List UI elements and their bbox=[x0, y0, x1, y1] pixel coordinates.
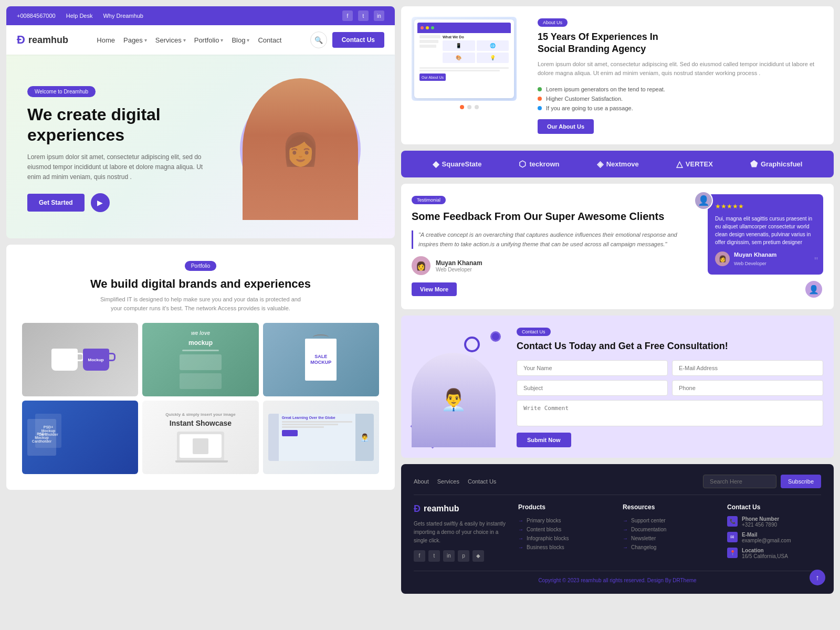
view-more-button[interactable]: View More bbox=[412, 282, 457, 296]
footer-list-item[interactable]: Content blocks bbox=[518, 525, 612, 534]
about-us-button[interactable]: Our About Us bbox=[538, 119, 594, 134]
nav-blog[interactable]: Blog ▾ bbox=[232, 36, 249, 44]
footer-col-about: Ð reamhub Gets started swiftly & easily … bbox=[414, 503, 508, 563]
graphicsfuel-icon: ⬟ bbox=[750, 159, 758, 169]
hero-text: Welcome to Dreamhub We create digital ex… bbox=[27, 86, 206, 212]
footer-logo-icon: Ð bbox=[414, 503, 421, 514]
footer-list-item[interactable]: Newsletter bbox=[623, 534, 717, 543]
nextmove-icon: ◈ bbox=[597, 159, 603, 169]
footer-bottom: Copyright © 2023 reamhub all rights rese… bbox=[414, 571, 821, 583]
portfolio-item-mug[interactable]: Mockup bbox=[22, 323, 138, 396]
search-button[interactable]: 🔍 bbox=[310, 32, 327, 48]
nav-home[interactable]: Home bbox=[97, 36, 115, 44]
footer-pinterest-icon[interactable]: p bbox=[458, 550, 469, 562]
footer-nav-contact[interactable]: Contact Us bbox=[468, 478, 496, 485]
footer-linkedin-icon[interactable]: in bbox=[443, 550, 455, 562]
nav-contact[interactable]: Contact bbox=[258, 36, 281, 44]
footer-section: About Services Contact Us Subscribe Ð re… bbox=[401, 464, 834, 594]
topbar-helpdesk[interactable]: Help Desk bbox=[66, 13, 93, 19]
comment-textarea[interactable] bbox=[517, 400, 823, 426]
hero-content: Welcome to Dreamhub We create digital ex… bbox=[6, 55, 395, 238]
footer-nav-services[interactable]: Services bbox=[437, 478, 459, 485]
portfolio-item-badge[interactable]: PSD+MockupCardholder PSD+MockupCardholde… bbox=[22, 401, 138, 474]
topbar-why[interactable]: Why Dreamhub bbox=[103, 13, 143, 19]
footer-nav-about[interactable]: About bbox=[414, 478, 429, 485]
person-placeholder: 👩 bbox=[243, 78, 358, 220]
footer-twitter-icon[interactable]: t bbox=[428, 550, 440, 562]
about-text: About Us 15 Years Of Experiences In Soci… bbox=[538, 17, 823, 134]
footer-list-item[interactable]: Primary blocks bbox=[518, 516, 612, 525]
submit-button[interactable]: Submit Now bbox=[517, 433, 571, 447]
contact-image: 👨‍💼 bbox=[412, 326, 506, 447]
footer-resources-title: Resources bbox=[623, 503, 717, 511]
squarestate-icon: ◆ bbox=[433, 159, 439, 169]
quote-icon: " bbox=[814, 253, 818, 269]
facebook-icon[interactable]: f bbox=[342, 10, 353, 21]
reviewer-name: Muyan Khanam bbox=[436, 259, 482, 267]
portfolio-section: Portfolio We build digital brands and ex… bbox=[6, 245, 395, 490]
footer-search-input[interactable] bbox=[703, 475, 776, 488]
footer-nav: About Services Contact Us bbox=[414, 478, 496, 485]
nav-portfolio[interactable]: Portfolio ▾ bbox=[194, 36, 224, 44]
dot-1[interactable] bbox=[460, 105, 464, 109]
name-input[interactable] bbox=[517, 360, 668, 376]
footer-list-item[interactable]: Changelog bbox=[623, 543, 717, 552]
contact-badge: Contact Us bbox=[517, 328, 551, 336]
partners-section: ◆ SquareState ⬡ teckrown ◈ Nextmove △ VE… bbox=[401, 151, 834, 177]
footer-list-item[interactable]: Documentation bbox=[623, 525, 717, 534]
about-list-item: Higher Customer Satisfaction. bbox=[538, 94, 823, 103]
dot-3[interactable] bbox=[475, 105, 479, 109]
subject-input[interactable] bbox=[517, 380, 668, 396]
get-started-button[interactable]: Get Started bbox=[27, 194, 85, 212]
footer-list-item[interactable]: Support center bbox=[623, 516, 717, 525]
topbar-phone: +00884567000 bbox=[17, 13, 56, 19]
footer-logo: Ð reamhub bbox=[414, 503, 508, 514]
about-description: Lorem ipsum dolor sit amet, consectetur … bbox=[538, 60, 823, 78]
subscribe-button[interactable]: Subscribe bbox=[781, 475, 821, 488]
twitter-icon[interactable]: t bbox=[358, 10, 369, 21]
footer-facebook-icon[interactable]: f bbox=[414, 550, 425, 562]
stars: ★★★★★ bbox=[715, 202, 816, 212]
footer-list-item[interactable]: Business blocks bbox=[518, 543, 612, 552]
scroll-to-top-button[interactable]: ↑ bbox=[810, 570, 825, 585]
portfolio-item-cards[interactable]: we love mockup bbox=[142, 323, 258, 396]
footer-location-item: 📍 Location 16/5 California,USA bbox=[727, 548, 821, 559]
footer-list-item[interactable]: Infographic blocks bbox=[518, 534, 612, 543]
testimonial-card: ★★★★★ Dui, magna elit sagittis cursus pr… bbox=[708, 194, 823, 275]
email-input[interactable] bbox=[672, 360, 823, 376]
hero-badge: Welcome to Dreamhub bbox=[27, 86, 96, 97]
about-main-image: What We Do 📱 🌐 🎨 💡 bbox=[412, 17, 517, 101]
testimonial-badge: Testimonial bbox=[412, 196, 446, 204]
about-title: 15 Years Of Experiences In Social Brandi… bbox=[538, 31, 823, 56]
form-row-2 bbox=[517, 380, 823, 396]
dot-2[interactable] bbox=[467, 105, 471, 109]
portfolio-item-laptop[interactable]: Quickly & simply insert your image Insta… bbox=[142, 401, 258, 474]
portfolio-desc: Simplified IT is designed to help make s… bbox=[96, 295, 306, 312]
linkedin-icon[interactable]: in bbox=[374, 10, 384, 21]
contact-us-button[interactable]: Contact Us bbox=[332, 32, 384, 48]
footer-grid: Ð reamhub Gets started swiftly & easily … bbox=[414, 503, 821, 563]
email-icon: ✉ bbox=[727, 532, 738, 542]
footer-phone-item: 📞 Phone Number +321 456 7890 bbox=[727, 516, 821, 528]
footer-about-text: Gets started swiftly & easily by instant… bbox=[414, 520, 508, 545]
nav-links: Home Pages ▾ Services ▾ Portfolio ▾ Blog… bbox=[97, 36, 281, 44]
floating-avatar-2: 👤 bbox=[694, 191, 713, 210]
portfolio-item-bag[interactable]: SALEMOCKUP bbox=[263, 323, 379, 396]
phone-input[interactable] bbox=[672, 380, 823, 396]
hero-person-image: 👩 bbox=[243, 78, 358, 220]
logo[interactable]: Ð reamhub bbox=[17, 33, 68, 47]
footer-top: About Services Contact Us Subscribe bbox=[414, 475, 821, 495]
about-list: Lorem ipsum generators on the tend to re… bbox=[538, 85, 823, 113]
phone-icon: 📞 bbox=[727, 516, 738, 527]
play-button[interactable]: ▶ bbox=[91, 193, 110, 212]
dots-row bbox=[412, 105, 527, 109]
testimonial-title: Some Feedback From Our Super Awesome Cli… bbox=[412, 209, 697, 223]
list-dot-blue bbox=[538, 106, 542, 110]
portfolio-item-web[interactable]: Great Learning Over the Globe 👨‍💼 bbox=[263, 401, 379, 474]
footer-other-icon[interactable]: ◆ bbox=[472, 550, 484, 562]
nav-pages[interactable]: Pages ▾ bbox=[123, 36, 147, 44]
contact-title: Contact Us Today and Get a Free Consulta… bbox=[517, 340, 823, 352]
nav-services[interactable]: Services ▾ bbox=[155, 36, 186, 44]
reviewer-role: Web Developer bbox=[436, 267, 482, 272]
footer-col-contact: Contact Us 📞 Phone Number +321 456 7890 … bbox=[727, 503, 821, 563]
